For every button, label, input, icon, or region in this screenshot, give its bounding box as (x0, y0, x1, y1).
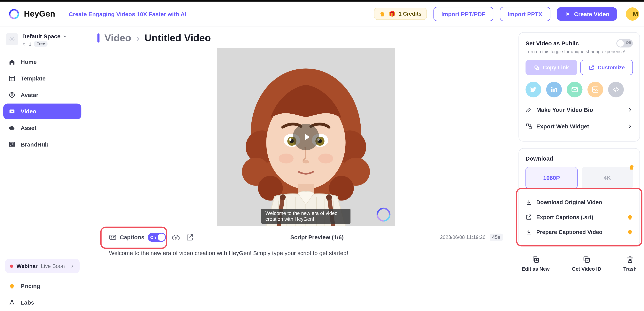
svg-point-21 (289, 138, 292, 141)
chevron-right-icon (70, 264, 75, 268)
svg-point-26 (302, 160, 309, 164)
webinar-banner[interactable]: Webinar Live Soon (5, 259, 80, 273)
premium-icon (627, 229, 633, 235)
download-card: Download 1080P 4K Download Original Vide… (518, 148, 640, 246)
video-icon (8, 108, 16, 115)
svg-point-1 (11, 38, 13, 40)
tagline: Create Engaging Videos 10X Faster with A… (69, 10, 186, 17)
premium-icon (629, 164, 635, 170)
prepare-captioned[interactable]: Prepare Captioned Video (526, 224, 633, 239)
export-captions[interactable]: Export Captions (.srt) (526, 210, 633, 224)
share-image[interactable] (588, 82, 603, 97)
script-preview-label: Script Preview (1/6) (200, 234, 434, 241)
public-hint: Turn on this toggle for unique sharing e… (526, 49, 633, 54)
import-ppt-pdf-button[interactable]: Import PPT/PDF (434, 7, 493, 21)
sidebar-item-brandhub[interactable]: BrandHub (3, 136, 81, 152)
svg-point-5 (11, 94, 13, 95)
breadcrumb-root[interactable]: Video (104, 32, 131, 44)
svg-rect-35 (551, 89, 552, 92)
brand-text: HeyGen (24, 9, 55, 19)
edit-icon (526, 106, 532, 113)
public-toggle[interactable]: Off (616, 39, 633, 47)
avatar-icon (8, 91, 16, 98)
user-avatar[interactable]: M (626, 7, 639, 20)
duration-chip: 45s (490, 234, 503, 241)
flask-icon (8, 299, 16, 306)
header: HeyGen Create Engaging Videos 10X Faster… (0, 2, 644, 26)
import-pptx-button[interactable]: Import PPTX (500, 7, 550, 21)
upload-cloud-icon[interactable] (172, 233, 180, 242)
copy-icon (582, 256, 590, 264)
trash-icon (626, 256, 634, 264)
timestamp: 2023/06/08 11:19:26 (440, 234, 485, 240)
copy-link-button[interactable]: Copy Link (526, 60, 577, 75)
svg-rect-8 (10, 144, 12, 144)
member-count: 1 (29, 42, 32, 46)
coin-icon (8, 282, 16, 290)
chevron-right-icon: › (136, 32, 140, 44)
sidebar-item-template[interactable]: Template (3, 70, 81, 86)
sidebar-item-home[interactable]: Home (3, 54, 81, 70)
breadcrumb-current: Untitled Video (144, 32, 211, 44)
edit-as-new-button[interactable]: Edit as New (522, 256, 550, 272)
svg-rect-46 (584, 257, 588, 261)
script-text: Welcome to the new era of video creation… (102, 246, 510, 266)
svg-point-27 (279, 154, 294, 164)
external-link-icon[interactable] (186, 233, 194, 242)
get-video-id-button[interactable]: Get Video ID (572, 256, 601, 272)
gift-icon: 🎁 (389, 11, 395, 17)
live-dot-icon (10, 264, 13, 268)
captions-control: Captions On (109, 233, 166, 242)
play-button[interactable] (293, 124, 319, 150)
download-4k[interactable]: 4K (582, 167, 633, 189)
video-player[interactable]: Welcome to the new era of video creation… (217, 48, 395, 226)
breadcrumb: Video › Untitled Video (98, 32, 514, 44)
share-embed[interactable] (608, 82, 624, 97)
crumb-accent (98, 34, 100, 43)
sidebar-item-labs[interactable]: Labs (3, 295, 81, 310)
divider (62, 9, 62, 18)
video-bio-link[interactable]: Make Your Video Bio (526, 102, 633, 118)
svg-rect-40 (529, 127, 531, 129)
export-widget-link[interactable]: Export Web Widget (526, 118, 633, 135)
sidebar: Default Space 1 Free Home Template (0, 26, 85, 311)
create-video-label: Create Video (574, 10, 609, 17)
svg-point-2 (24, 43, 24, 44)
coin-icon (380, 11, 385, 17)
sidebar-item-asset[interactable]: Asset (3, 120, 81, 136)
share-twitter[interactable] (526, 82, 541, 97)
home-icon (8, 58, 16, 66)
svg-marker-41 (630, 165, 634, 170)
download-icon (526, 228, 532, 235)
duplicate-icon (532, 256, 540, 264)
public-title: Set Video as Public (526, 40, 579, 46)
credits-chip[interactable]: 🎁 1 Credits (374, 8, 427, 20)
plan-badge: Free (34, 41, 48, 47)
captions-toggle[interactable]: On (148, 233, 166, 242)
download-icon (526, 199, 532, 206)
create-video-button[interactable]: Create Video (557, 7, 617, 20)
download-original[interactable]: Download Original Video (526, 195, 633, 210)
share-linkedin[interactable] (546, 82, 562, 97)
svg-rect-7 (10, 142, 14, 147)
chevron-right-icon (627, 107, 633, 113)
trash-button[interactable]: Trash (623, 256, 636, 272)
logo[interactable]: HeyGen (8, 8, 55, 20)
download-1080p[interactable]: 1080P (526, 167, 578, 189)
caption-overlay: Welcome to the new era of video creation… (262, 209, 350, 224)
widget-icon (526, 123, 532, 130)
svg-marker-9 (10, 284, 14, 288)
svg-rect-39 (526, 124, 528, 126)
share-email[interactable] (567, 82, 582, 97)
external-link-icon (526, 214, 532, 220)
sidebar-item-video[interactable]: Video (3, 104, 81, 119)
external-link-icon (588, 64, 594, 70)
customize-button[interactable]: Customize (580, 60, 633, 75)
sidebar-item-avatar[interactable]: Avatar (3, 87, 81, 103)
credits-label: 1 Credits (398, 11, 422, 17)
svg-rect-32 (110, 235, 116, 240)
chevron-down-icon (62, 34, 67, 39)
sidebar-item-pricing[interactable]: Pricing (3, 278, 81, 294)
space-switcher[interactable]: Default Space 1 Free (3, 30, 81, 51)
share-card: Set Video as Public Off Turn on this tog… (518, 32, 640, 142)
